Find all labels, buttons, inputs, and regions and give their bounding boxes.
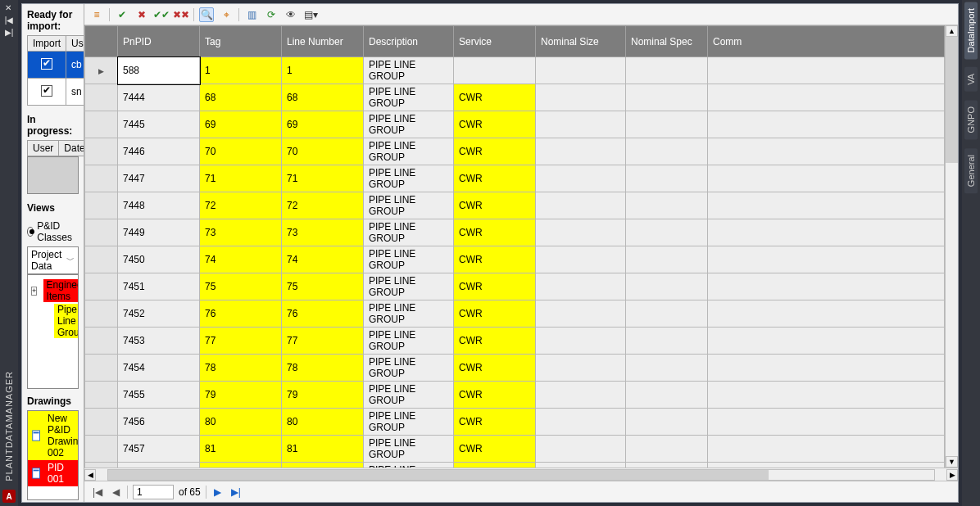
cell-pnpid[interactable]: 7456 [118, 409, 200, 436]
ready-row[interactable]: sn 11.11.2020 15:57:46 [28, 79, 85, 106]
scroll-thumb-h[interactable] [108, 470, 769, 480]
cell-linenumber[interactable]: 75 [282, 273, 364, 300]
table-row[interactable]: 7458 82 82 PIPE LINE GROUP CWR [85, 463, 945, 468]
cell-pnpid[interactable]: 7457 [118, 436, 200, 463]
cell-comm[interactable] [708, 165, 945, 192]
cell-service[interactable]: CWR [454, 273, 536, 300]
cell-service[interactable]: CWR [454, 84, 536, 111]
cell-nominalspec[interactable] [626, 300, 708, 328]
binoculars-icon[interactable]: 👁 [284, 7, 298, 22]
col-datetime2[interactable]: Date/Time [59, 141, 84, 156]
check-icon[interactable]: ✔ [115, 7, 129, 22]
cell-nominalsize[interactable] [536, 219, 626, 246]
cell-service[interactable]: CWR [454, 436, 536, 463]
row-header[interactable] [85, 111, 118, 138]
radio-pid-classes[interactable]: P&ID Classes [27, 220, 75, 243]
cell-tag[interactable]: 82 [200, 463, 282, 468]
col-service[interactable]: Service [454, 26, 536, 57]
cell-nominalsize[interactable] [536, 192, 626, 219]
cell-description[interactable]: PIPE LINE GROUP [364, 111, 454, 138]
table-row[interactable]: 7448 72 72 PIPE LINE GROUP CWR [85, 192, 945, 219]
cell-tag[interactable]: 70 [200, 138, 282, 165]
table-row[interactable]: 7452 76 76 PIPE LINE GROUP CWR [85, 300, 945, 328]
cell-tag[interactable]: 74 [200, 246, 282, 273]
vertical-scrollbar[interactable]: ▲ ▼ [945, 25, 958, 468]
cell-linenumber[interactable]: 78 [282, 355, 364, 382]
cell-nominalspec[interactable] [626, 273, 708, 300]
cell-service[interactable]: CWR [454, 409, 536, 436]
cell-nominalspec[interactable] [626, 138, 708, 165]
cell-tag[interactable]: 78 [200, 355, 282, 382]
row-header[interactable] [85, 382, 118, 409]
cell-nominalspec[interactable] [626, 355, 708, 382]
cell-nominalsize[interactable] [536, 165, 626, 192]
cell-comm[interactable] [708, 138, 945, 165]
cell-service[interactable]: CWR [454, 165, 536, 192]
row-header[interactable] [85, 192, 118, 219]
cell-nominalsize[interactable] [536, 84, 626, 111]
cell-nominalsize[interactable] [536, 300, 626, 328]
cell-linenumber[interactable]: 80 [282, 409, 364, 436]
tab-general[interactable]: General [964, 148, 978, 193]
tab-va[interactable]: VA [964, 67, 978, 92]
cell-nominalspec[interactable] [626, 246, 708, 273]
collapse-right-icon[interactable]: ▶| [5, 28, 14, 37]
cell-comm[interactable] [708, 409, 945, 436]
cell-pnpid[interactable]: 7453 [118, 328, 200, 355]
cell-comm[interactable] [708, 436, 945, 463]
cell-nominalsize[interactable] [536, 273, 626, 300]
cell-nominalsize[interactable] [536, 57, 626, 84]
cell-description[interactable]: PIPE LINE GROUP [364, 273, 454, 300]
cell-linenumber[interactable]: 82 [282, 463, 364, 468]
cell-linenumber[interactable]: 68 [282, 84, 364, 111]
table-row[interactable]: 7449 73 73 PIPE LINE GROUP CWR [85, 219, 945, 246]
scroll-right-icon[interactable]: ▶ [946, 469, 958, 481]
cell-comm[interactable] [708, 355, 945, 382]
cell-comm[interactable] [708, 57, 945, 84]
row-header[interactable] [85, 84, 118, 111]
zoom-icon[interactable]: 🔍 [199, 7, 214, 22]
tab-gnpo[interactable]: GNPO [964, 100, 978, 139]
row-header[interactable] [85, 246, 118, 273]
project-data-combo[interactable]: Project Data ﹀ [27, 246, 79, 274]
drawing-item[interactable]: New P&ID Drawings 002 [28, 411, 78, 460]
col-description[interactable]: Description [364, 26, 454, 57]
scroll-up-icon[interactable]: ▲ [946, 25, 958, 37]
row-header[interactable] [85, 463, 118, 468]
cell-nominalspec[interactable] [626, 328, 708, 355]
cell-comm[interactable] [708, 300, 945, 328]
cell-service[interactable]: CWR [454, 463, 536, 468]
cell-service[interactable]: CWR [454, 138, 536, 165]
col-nominalsize[interactable]: Nominal Size [536, 26, 626, 57]
pager-last-icon[interactable]: ▶| [229, 486, 243, 498]
cell-description[interactable]: PIPE LINE GROUP [364, 355, 454, 382]
cell-pnpid[interactable]: 7444 [118, 84, 200, 111]
cell-pnpid[interactable]: 7452 [118, 300, 200, 328]
col-comm[interactable]: Comm [708, 26, 945, 57]
cell-nominalspec[interactable] [626, 165, 708, 192]
table-row[interactable]: 7450 74 74 PIPE LINE GROUP CWR [85, 246, 945, 273]
cell-linenumber[interactable]: 74 [282, 246, 364, 273]
cell-service[interactable]: CWR [454, 355, 536, 382]
close-icon[interactable]: ✕ [5, 3, 14, 12]
table-row[interactable]: 7451 75 75 PIPE LINE GROUP CWR [85, 273, 945, 300]
cell-description[interactable]: PIPE LINE GROUP [364, 192, 454, 219]
col-user[interactable]: User [66, 36, 84, 52]
cell-comm[interactable] [708, 84, 945, 111]
col-tag[interactable]: Tag [200, 26, 282, 57]
row-header[interactable] [85, 300, 118, 328]
cell-pnpid[interactable]: 7458 [118, 463, 200, 468]
pager-next-icon[interactable]: ▶ [211, 486, 225, 498]
cell-description[interactable]: PIPE LINE GROUP [364, 300, 454, 328]
cell-linenumber[interactable]: 76 [282, 300, 364, 328]
cell-tag[interactable]: 72 [200, 192, 282, 219]
cell-nominalspec[interactable] [626, 57, 708, 84]
cell-tag[interactable]: 76 [200, 300, 282, 328]
tab-dataimport[interactable]: DataImport [964, 2, 978, 59]
cell-nominalspec[interactable] [626, 436, 708, 463]
row-header[interactable] [85, 273, 118, 300]
cell-description[interactable]: PIPE LINE GROUP [364, 165, 454, 192]
col-nominalspec[interactable]: Nominal Spec [626, 26, 708, 57]
cell-comm[interactable] [708, 463, 945, 468]
cell-comm[interactable] [708, 111, 945, 138]
